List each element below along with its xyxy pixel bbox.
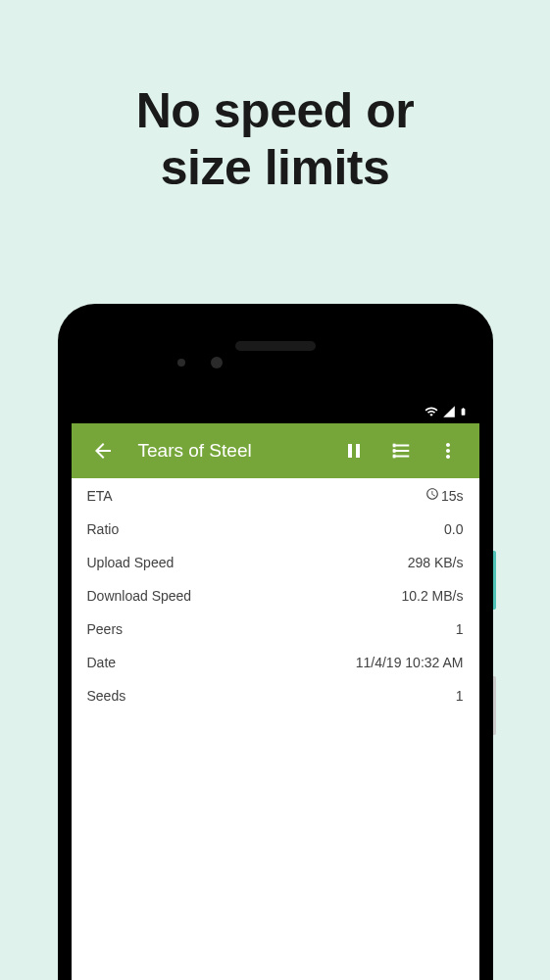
headline-line2: size limits — [0, 140, 550, 197]
list-button[interactable] — [377, 427, 425, 474]
svg-rect-1 — [392, 449, 395, 453]
detail-value: 10.2 MB/s — [401, 588, 463, 604]
detail-row: ETA15s — [72, 478, 479, 513]
detail-label: Peers — [87, 621, 124, 637]
detail-value: 1 — [456, 621, 464, 637]
detail-value-text: 11/4/19 10:32 AM — [356, 655, 464, 670]
phone-frame: Tears of Steel — [58, 304, 493, 980]
phone-camera — [211, 357, 223, 368]
detail-row: Peers1 — [72, 612, 479, 646]
detail-value: 11/4/19 10:32 AM — [356, 655, 464, 670]
detail-value-text: 1 — [456, 688, 464, 704]
detail-row: Download Speed10.2 MB/s — [72, 579, 479, 612]
detail-row: Upload Speed298 KB/s — [72, 546, 479, 579]
detail-value-text: 298 KB/s — [408, 555, 464, 570]
cellular-signal-icon — [442, 405, 456, 418]
detail-label: Ratio — [87, 521, 120, 537]
phone-body: Tears of Steel — [72, 318, 479, 980]
detail-value: 0.0 — [444, 521, 463, 537]
phone-mockup: Tears of Steel — [58, 304, 493, 980]
detail-row: Date11/4/19 10:32 AM — [72, 646, 479, 679]
detail-value-text: 0.0 — [444, 521, 463, 537]
detail-value: 15s — [425, 487, 464, 504]
wifi-icon — [424, 405, 439, 418]
app-bar: Tears of Steel — [72, 423, 479, 478]
detail-label: ETA — [87, 488, 113, 504]
detail-value-text: 15s — [441, 488, 464, 504]
list-icon — [390, 440, 412, 462]
clock-icon — [425, 487, 439, 504]
pause-icon — [342, 439, 366, 463]
more-button[interactable] — [425, 427, 472, 474]
detail-label: Download Speed — [87, 588, 192, 604]
phone-bezel-top — [72, 318, 479, 400]
headline: No speed or size limits — [0, 0, 550, 196]
phone-side-button — [493, 551, 496, 610]
app-bar-title: Tears of Steel — [126, 440, 330, 462]
status-bar — [72, 400, 479, 423]
detail-row: Ratio0.0 — [72, 513, 479, 546]
pause-button[interactable] — [330, 427, 377, 474]
torrent-details: ETA15sRatio0.0Upload Speed298 KB/sDownlo… — [72, 478, 479, 980]
detail-value-text: 1 — [456, 621, 464, 637]
phone-side-button — [493, 676, 496, 735]
headline-line1: No speed or — [0, 83, 550, 140]
detail-label: Upload Speed — [87, 555, 175, 570]
detail-value: 1 — [456, 688, 464, 704]
svg-rect-2 — [392, 455, 395, 459]
detail-label: Date — [87, 655, 117, 670]
detail-row: Seeds1 — [72, 679, 479, 712]
back-button[interactable] — [79, 427, 126, 474]
detail-value: 298 KB/s — [408, 555, 464, 570]
svg-rect-0 — [392, 444, 395, 448]
detail-label: Seeds — [87, 688, 126, 704]
detail-value-text: 10.2 MB/s — [401, 588, 463, 604]
battery-icon — [459, 405, 468, 418]
phone-speaker — [235, 341, 316, 351]
arrow-back-icon — [91, 439, 115, 463]
phone-camera — [177, 359, 185, 367]
more-vert-icon — [436, 439, 460, 463]
